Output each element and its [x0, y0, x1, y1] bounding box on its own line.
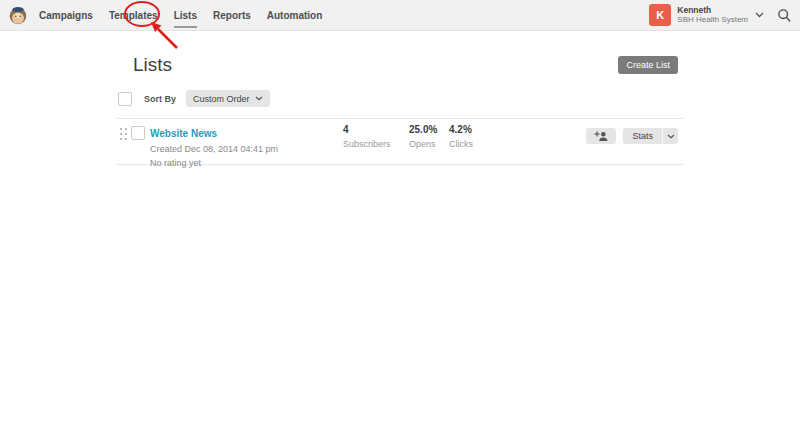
- row-actions: Stats: [586, 128, 678, 144]
- select-all-checkbox[interactable]: [118, 92, 132, 106]
- list-rating: No rating yet: [150, 159, 278, 168]
- person-plus-icon: [594, 130, 608, 142]
- drag-handle-icon[interactable]: [120, 128, 127, 140]
- sort-by-label: Sort By: [144, 94, 176, 104]
- stat-opens: 25.0% Opens: [409, 125, 437, 149]
- list-created-date: Created Dec 08, 2014 04:41 pm: [150, 145, 278, 154]
- sort-order-value: Custom Order: [193, 94, 250, 104]
- add-subscriber-button[interactable]: [586, 128, 616, 144]
- account-chevron-down-icon[interactable]: [755, 12, 764, 18]
- stats-button[interactable]: Stats: [623, 128, 662, 144]
- stat-subscribers-value: 4: [343, 125, 391, 135]
- page-title: Lists: [133, 54, 172, 76]
- account-name: Kenneth: [677, 6, 748, 16]
- nav-item-templates[interactable]: Templates: [109, 1, 158, 30]
- create-list-button[interactable]: Create List: [618, 56, 678, 74]
- search-icon[interactable]: [777, 8, 792, 23]
- stat-clicks-value: 4.2%: [449, 125, 473, 135]
- nav-item-lists[interactable]: Lists: [174, 1, 197, 30]
- stat-opens-value: 25.0%: [409, 125, 437, 135]
- avatar[interactable]: K: [649, 4, 671, 26]
- nav-item-reports[interactable]: Reports: [213, 1, 251, 30]
- stat-subscribers-label: Subscribers: [343, 140, 391, 149]
- list-name-link[interactable]: Website News: [150, 128, 217, 139]
- account-organization: SBH Health System: [677, 15, 748, 24]
- stat-opens-label: Opens: [409, 140, 437, 149]
- stats-split-button: Stats: [623, 128, 678, 144]
- nav-item-campaigns[interactable]: Campaigns: [39, 1, 93, 30]
- stat-clicks: 4.2% Clicks: [449, 125, 473, 149]
- stats-chevron-down-icon[interactable]: [662, 128, 678, 144]
- account-area: K Kenneth SBH Health System: [649, 4, 792, 26]
- mailchimp-logo-icon[interactable]: [8, 5, 28, 25]
- primary-nav: Campaigns Templates Lists Reports Automa…: [39, 1, 322, 30]
- sort-chevron-down-icon: [255, 96, 263, 101]
- row-checkbox[interactable]: [131, 126, 145, 140]
- lists-page: Lists Create List Sort By Custom Order W…: [117, 31, 683, 165]
- sort-order-dropdown[interactable]: Custom Order: [186, 90, 270, 107]
- list-info: Website News Created Dec 08, 2014 04:41 …: [150, 124, 278, 168]
- stat-subscribers: 4 Subscribers: [343, 125, 391, 149]
- top-navigation-bar: Campaigns Templates Lists Reports Automa…: [0, 0, 800, 31]
- account-names[interactable]: Kenneth SBH Health System: [677, 6, 748, 25]
- stat-clicks-label: Clicks: [449, 140, 473, 149]
- nav-item-automation[interactable]: Automation: [267, 1, 323, 30]
- page-header: Lists Create List: [117, 31, 683, 76]
- sort-toolbar: Sort By Custom Order: [118, 90, 683, 107]
- list-row: Website News Created Dec 08, 2014 04:41 …: [117, 119, 683, 165]
